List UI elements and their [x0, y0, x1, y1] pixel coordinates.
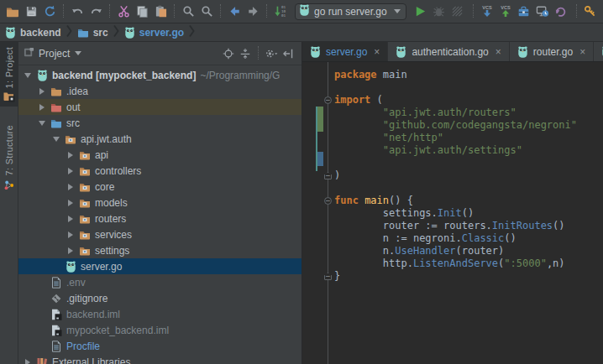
- code-line: "api.jwt.auth/settings": [334, 144, 603, 157]
- fold-end-icon[interactable]: –: [324, 273, 332, 280]
- tree-item-backend--mypocket-backend-[interactable]: backend [mypocket_backend] ~/Programming…: [18, 67, 302, 83]
- replace-icon[interactable]: [197, 2, 216, 20]
- toolbox-icon[interactable]: [515, 3, 533, 21]
- vcs-change-block[interactable]: [317, 152, 323, 166]
- tree-item-backend-iml[interactable]: backend.iml: [18, 306, 302, 322]
- expand-arrow-icon[interactable]: [65, 245, 76, 257]
- package-icon: [64, 134, 77, 144]
- tree-item-controllers[interactable]: controllers: [18, 163, 302, 179]
- vcs-commit-icon[interactable]: VCS: [496, 2, 515, 20]
- tree-item-src[interactable]: src: [18, 115, 302, 131]
- expand-arrow-icon[interactable]: [50, 133, 62, 145]
- tree-item-models[interactable]: models: [18, 195, 302, 211]
- tree-item-mypocket-backend-iml[interactable]: mypocket_backend.iml: [18, 322, 302, 338]
- redo-icon[interactable]: [87, 2, 105, 20]
- breadcrumb-chevron-icon: [113, 24, 119, 40]
- tree-item-server-go[interactable]: server.go: [18, 258, 302, 274]
- editor-tab-router-go[interactable]: router.go×: [510, 42, 594, 61]
- collapse-all-icon[interactable]: [237, 45, 254, 62]
- expand-arrow-icon[interactable]: [36, 86, 48, 97]
- run-icon[interactable]: [412, 3, 430, 21]
- expand-arrow-icon[interactable]: [65, 229, 76, 241]
- main-area: 1: Project7: Structure Project backend […: [0, 42, 603, 364]
- code-line: "net/http": [334, 132, 603, 144]
- tree-item-procfile[interactable]: Procfile: [18, 338, 302, 354]
- coverage-icon[interactable]: [448, 3, 467, 21]
- expand-arrow-icon[interactable]: [22, 70, 34, 81]
- package-icon: [78, 166, 92, 176]
- expand-arrow-icon[interactable]: [22, 356, 34, 364]
- fold-start-icon[interactable]: –: [324, 197, 332, 205]
- tree-item-routers[interactable]: routers: [18, 211, 302, 226]
- project-panel-title[interactable]: Project: [39, 48, 70, 60]
- back-icon[interactable]: [225, 2, 244, 20]
- code-editor[interactable]: –––– package main import ( "api.jwt.auth…: [302, 62, 603, 364]
- iml-icon: [50, 309, 63, 320]
- svg-text:01: 01: [281, 13, 286, 17]
- tree-item-out[interactable]: out: [18, 99, 302, 115]
- breadcrumb-item[interactable]: src: [77, 27, 108, 39]
- forward-icon[interactable]: [244, 2, 262, 20]
- fold-start-icon[interactable]: –: [324, 96, 332, 104]
- run-configuration-select[interactable]: go run server.go: [295, 3, 406, 20]
- stripe-tab----structure[interactable]: 7: Structure: [0, 120, 18, 195]
- code-line: package main: [334, 69, 603, 81]
- project-tree[interactable]: backend [mypocket_backend] ~/Programming…: [18, 65, 302, 364]
- find-icon[interactable]: [179, 2, 197, 20]
- close-tab-icon[interactable]: ×: [579, 47, 585, 57]
- stripe-tab----project[interactable]: 1: Project: [0, 42, 18, 107]
- copy-icon[interactable]: [133, 2, 151, 20]
- breadcrumb-item[interactable]: server.go: [124, 27, 184, 39]
- rollback-icon[interactable]: [552, 3, 570, 21]
- expand-arrow-icon[interactable]: [65, 213, 76, 225]
- key-icon[interactable]: [581, 3, 600, 21]
- restore-layout-icon[interactable]: [533, 3, 552, 21]
- tree-item-api[interactable]: api: [18, 147, 302, 163]
- gear-icon[interactable]: [263, 45, 280, 62]
- hide-icon[interactable]: [280, 45, 296, 62]
- debug-icon[interactable]: [430, 3, 448, 21]
- tree-item-settings[interactable]: settings: [18, 242, 302, 258]
- tree-item-label: out: [66, 101, 81, 113]
- expand-arrow-icon[interactable]: [65, 165, 76, 177]
- expand-arrow-icon[interactable]: [36, 117, 48, 129]
- expand-arrow-icon[interactable]: [65, 181, 76, 193]
- export-changes-icon[interactable]: 011001: [271, 2, 290, 20]
- breadcrumb-label: src: [93, 27, 108, 39]
- chevron-down-icon[interactable]: [75, 51, 81, 55]
- tree-item--gitignore[interactable]: .gitignore: [18, 290, 302, 306]
- vcs-update-icon[interactable]: VCS: [478, 2, 496, 20]
- open-folder-icon[interactable]: [3, 3, 22, 21]
- vcs-change-block[interactable]: [317, 107, 323, 132]
- tree-item-api-jwt-auth[interactable]: api.jwt.auth: [18, 131, 302, 147]
- cut-icon[interactable]: [114, 2, 133, 20]
- code-line: ): [334, 169, 603, 182]
- aim-icon[interactable]: [220, 45, 237, 62]
- tree-item--idea[interactable]: .idea: [18, 83, 302, 99]
- tree-item-label: services: [95, 229, 132, 241]
- expand-arrow-icon[interactable]: [65, 197, 76, 209]
- gopher-icon: [299, 4, 310, 16]
- structure-tool-icon: [3, 179, 15, 191]
- expand-arrow-icon[interactable]: [65, 149, 76, 161]
- undo-icon[interactable]: [68, 2, 87, 20]
- tree-item-label: settings: [95, 245, 129, 257]
- save-all-icon[interactable]: [22, 2, 40, 20]
- close-tab-icon[interactable]: ×: [496, 47, 501, 57]
- iml-icon: [50, 325, 63, 336]
- expand-arrow-icon[interactable]: [36, 101, 48, 113]
- fold-end-icon[interactable]: –: [324, 172, 332, 179]
- editor-tab-authentication-go[interactable]: authentication.go×: [388, 42, 509, 61]
- tree-item-external-libraries[interactable]: External Libraries: [18, 354, 302, 364]
- tree-item-core[interactable]: core: [18, 179, 302, 195]
- folder-src-icon: [50, 118, 63, 128]
- tree-item-services[interactable]: services: [18, 226, 302, 242]
- paste-icon[interactable]: [151, 2, 170, 20]
- breadcrumb-item[interactable]: backend: [5, 27, 61, 39]
- tree-item--env[interactable]: .env: [18, 274, 302, 290]
- close-tab-icon[interactable]: ×: [374, 47, 380, 57]
- package-icon: [78, 182, 92, 192]
- sync-icon[interactable]: [40, 2, 59, 20]
- editor-tab-server-go[interactable]: server.go×: [302, 42, 388, 61]
- editor-tab-partial[interactable]: [594, 42, 603, 61]
